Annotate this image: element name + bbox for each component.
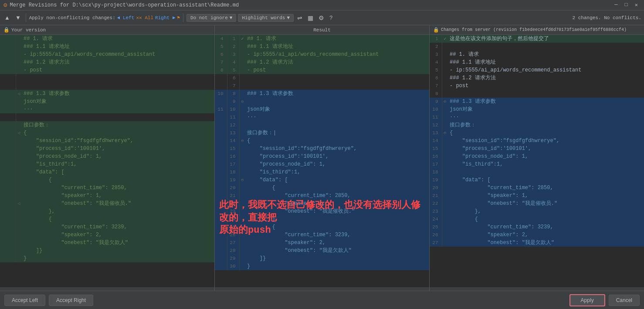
table-row: ◁ { xyxy=(0,129,214,137)
title-bar: ⚙ Merge Revisions for D:\scx\py-project\… xyxy=(0,0,644,10)
help-btn[interactable]: ? xyxy=(328,14,334,22)
table-row: 16 "process_node_id": 1, xyxy=(430,153,644,160)
table-row: 11 ··· xyxy=(215,113,429,121)
accept-right-button[interactable]: Accept Right xyxy=(49,295,93,306)
table-row: 16 "process_id":'100101', xyxy=(215,153,429,160)
table-row: ]} xyxy=(0,247,214,255)
table-row: "onebest": "我是欠款人" xyxy=(0,239,214,247)
table-row: 1 ✓ 这是他在该文件添加的句子，然后他提交了 xyxy=(430,35,644,43)
gear-icon[interactable]: ⚙ xyxy=(317,14,326,22)
table-row: 6 3 - ip:5555/ai_api/words_recommend_ass… xyxy=(215,51,429,58)
center-scrollbar[interactable] xyxy=(215,287,429,291)
table-row: 6 ### 1.2 请求方法 xyxy=(430,74,644,82)
right-code-table: 1 ✓ 这是他在该文件添加的句子，然后他提交了 2 3 ## 1. 请求 xyxy=(430,35,644,247)
ignore-dropdown[interactable]: Do not ignore ▼ xyxy=(186,14,236,22)
table-row: ## 1. 请求 xyxy=(0,35,214,43)
table-row: 6 xyxy=(215,74,429,82)
next-change-btn[interactable]: ▼ xyxy=(14,14,23,22)
table-row xyxy=(0,82,214,90)
table-row: 24 }, xyxy=(215,215,429,223)
table-row: ◁ ### 1.3 请求参数 xyxy=(0,90,214,98)
table-row: 9 ⊖ xyxy=(215,98,429,105)
table-row: 5 2 ### 1.1 请求地址 xyxy=(215,43,429,51)
toolbar: ▲ ▼ Apply non-conflicting changes: ◄ Lef… xyxy=(0,10,644,25)
table-row: 14 "session_id":"fsgdfgfdhwrerye", xyxy=(430,137,644,145)
maximize-btn[interactable]: □ xyxy=(622,2,630,8)
grid-icon[interactable]: ▦ xyxy=(306,14,315,22)
table-row: 27 "speaker": 2, xyxy=(215,239,429,247)
table-row: { xyxy=(0,176,214,184)
left-panel: 🔒 Your version ## 1. 请求 xyxy=(0,25,215,291)
table-row: 21 "current_time": 2850, xyxy=(215,192,429,200)
right-panel: 🔒 Changes from server (revision f1bedeec… xyxy=(430,25,644,291)
table-row: 25 { xyxy=(215,223,429,231)
left-scrollbar[interactable] xyxy=(0,287,214,291)
table-row: ◁ "onebest": "我是催收员." xyxy=(0,200,214,207)
table-row: 26 "speaker": 2, xyxy=(430,231,644,239)
table-row: 11 ··· xyxy=(430,113,644,121)
table-row: 19 ⊖ "data": [ xyxy=(215,176,429,184)
table-row: 3 ## 1. 请求 xyxy=(430,51,644,58)
table-row: "current_time": 3239, xyxy=(0,223,214,231)
apply-right-link[interactable]: Right ► xyxy=(155,15,175,20)
table-row: 2 xyxy=(430,43,644,51)
table-row: "current_time": 2850, xyxy=(0,184,214,192)
table-row: ### 1.1 请求地址 xyxy=(0,43,214,51)
table-row: 20 { xyxy=(215,184,429,192)
table-row: 22 "onebest": "我是催收员." xyxy=(430,200,644,207)
left-panel-title: Your version xyxy=(11,27,46,33)
highlight-dropdown[interactable]: Highlight words ▼ xyxy=(238,14,294,22)
table-row: 4 1 ✓ ## 1. 请求 xyxy=(215,35,429,43)
right-panel-header: 🔒 Changes from server (revision f1bedeec… xyxy=(430,25,644,35)
changes-info: 2 changes. No conflicts. xyxy=(573,15,641,20)
table-row: 13 接口参数：| xyxy=(215,129,429,137)
merge-icon: ⚙ xyxy=(3,1,7,9)
table-row: { xyxy=(0,215,214,223)
settings-icon[interactable]: ⇌ xyxy=(295,14,304,22)
right-scrollbar[interactable] xyxy=(430,287,644,291)
center-panel-content[interactable]: 此时，我既不选自己修改的，也没有选择别人修改的，直接把原始的push 4 1 ✓… xyxy=(215,35,429,287)
left-panel-content[interactable]: ## 1. 请求 ### 1.1 请求地址 - ip:5555/ai_api/w… xyxy=(0,35,214,287)
table-row: - ip:5555/ai_api/words_recommend_assista… xyxy=(0,51,214,58)
table-row: 7 - post xyxy=(430,82,644,90)
table-row: }, xyxy=(0,207,214,215)
right-panel-title: Changes from server (revision f1bedeece4… xyxy=(441,27,627,32)
table-row: "speaker": 1, xyxy=(0,192,214,200)
table-row: 18 "is_third":1, xyxy=(215,168,429,176)
center-code-table: 4 1 ✓ ## 1. 请求 5 2 ### 1.1 请求地址 6 3 xyxy=(215,35,429,270)
table-row: 21 "speaker": 1, xyxy=(430,192,644,200)
table-row: 10 json对象 xyxy=(430,105,644,113)
table-row: 24 { xyxy=(430,215,644,223)
table-row: json对象 xyxy=(0,98,214,105)
left-lock-icon: 🔒 xyxy=(3,27,10,33)
center-panel: Result 此时，我既不选自己修改的，也没有选择别人修改的，直接把原始的pus… xyxy=(215,25,430,291)
table-row: 8 xyxy=(430,90,644,98)
flag-icon: ⚑ xyxy=(177,15,180,20)
right-panel-content[interactable]: 1 ✓ 这是他在该文件添加的句子，然后他提交了 2 3 ## 1. 请求 xyxy=(430,35,644,287)
prev-change-btn[interactable]: ▲ xyxy=(3,14,12,22)
table-row: } xyxy=(0,255,214,262)
table-row: 29 ]} xyxy=(215,255,429,262)
cancel-button[interactable]: Cancel xyxy=(609,295,640,306)
table-row: 4 ### 1.1 请求地址 xyxy=(430,58,644,66)
accept-left-button[interactable]: Accept Left xyxy=(4,295,45,306)
table-row: 23 }, xyxy=(430,207,644,215)
minimize-btn[interactable]: ─ xyxy=(612,2,620,8)
apply-all-link[interactable]: ✕✕ All xyxy=(136,15,153,20)
left-panel-header: 🔒 Your version xyxy=(0,25,214,35)
table-row: 15 "session_id":"fsgdfgfdhwrerye", xyxy=(215,145,429,153)
apply-left-link[interactable]: ◄ Left xyxy=(117,15,135,20)
left-code-table: ## 1. 请求 ### 1.1 请求地址 - ip:5555/ai_api/w… xyxy=(0,35,214,262)
table-row: 15 "process_id":'100101', xyxy=(430,145,644,153)
table-row: "data": [ xyxy=(0,168,214,176)
dropdown-arrow-icon: ▼ xyxy=(230,15,233,20)
table-row: 11 10 json对象 xyxy=(215,105,429,113)
apply-button[interactable]: Apply xyxy=(569,294,605,306)
table-row: 18 xyxy=(430,168,644,176)
table-row: 25 "current_time": 3239, xyxy=(430,223,644,231)
table-row: 13 ⊖ { xyxy=(430,129,644,137)
table-row: 22 "speaker": 1, xyxy=(215,200,429,207)
main-area: 🔒 Your version ## 1. 请求 xyxy=(0,25,644,291)
right-lock-icon: 🔒 xyxy=(433,27,439,33)
close-btn[interactable]: ✕ xyxy=(632,2,641,8)
